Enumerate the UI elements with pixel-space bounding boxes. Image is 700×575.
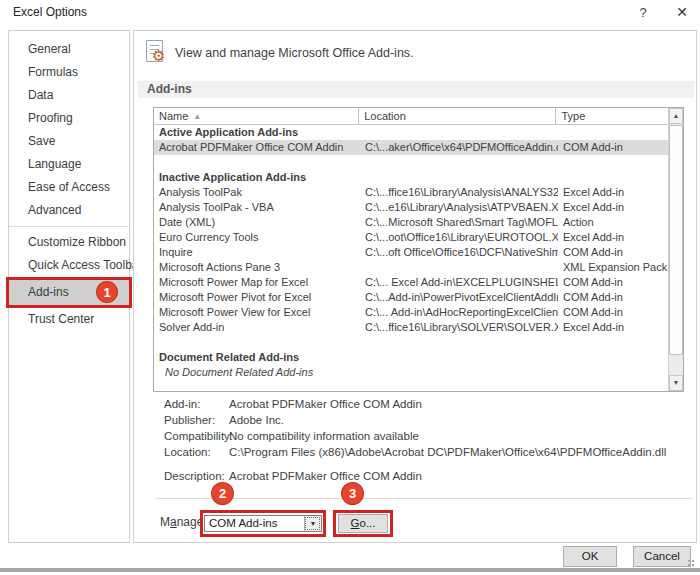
table-row[interactable]: Euro Currency Tools C:\...oot\Office16\L… <box>154 230 668 245</box>
detail-label: Add-in: <box>164 397 229 412</box>
sidebar-item[interactable]: Language <box>9 153 129 176</box>
scroll-down-icon[interactable]: ▼ <box>669 375 683 391</box>
cell-location <box>360 260 558 275</box>
cell-type: Excel Add-in <box>558 230 668 245</box>
cell-location: C:\... Excel Add-in\EXCELPLUGINSHELL.DLL <box>360 275 558 290</box>
table-row[interactable]: Analysis ToolPak C:\...ffice16\Library\A… <box>154 185 668 200</box>
table-row[interactable]: Solver Add-in C:\...ffice16\Library\SOLV… <box>154 320 668 335</box>
cell-name: Inquire <box>154 245 360 260</box>
sidebar-item-label: General <box>28 42 71 56</box>
sort-ascending-icon: ▲ <box>193 112 201 121</box>
cell-location <box>360 350 558 365</box>
table-row[interactable]: Inquire C:\...oft Office\Office16\DCF\Na… <box>154 245 668 260</box>
excel-options-dialog: Excel Options ? ✕ General Formulas Data … <box>0 0 700 575</box>
cell-type <box>558 380 668 388</box>
cell-name: Analysis ToolPak - VBA <box>154 200 360 215</box>
close-icon[interactable]: ✕ <box>672 3 692 22</box>
column-header-name[interactable]: Name▲ <box>154 108 359 125</box>
sidebar-item[interactable]: Advanced <box>9 199 129 222</box>
sidebar-item[interactable]: Trust Center <box>9 308 129 331</box>
cell-type <box>558 125 668 140</box>
detail-value: Acrobat PDFMaker Office COM Addin <box>229 397 422 412</box>
table-row <box>154 155 668 170</box>
cell-location <box>360 170 558 185</box>
scroll-up-icon[interactable]: ▲ <box>669 108 683 124</box>
resize-grip[interactable] <box>688 560 690 562</box>
detail-label: Location: <box>164 445 229 460</box>
table-row[interactable]: Acrobat PDFMaker Office COM Addin C:\...… <box>154 140 668 155</box>
table-row[interactable]: Inactive Application Add-ins <box>154 170 668 185</box>
detail-label: Compatibility: <box>164 429 229 444</box>
annotation-badge-3: 3 <box>341 482 364 505</box>
table-row[interactable]: Document Related Add-ins <box>154 350 668 365</box>
cell-name: Acrobat PDFMaker Office COM Addin <box>154 140 360 155</box>
cell-type <box>558 155 668 170</box>
annotation-box-manage-dropdown: COM Add-ins ▼ <box>200 510 326 537</box>
sidebar-item-label: Language <box>28 157 81 171</box>
table-row[interactable]: Analysis ToolPak - VBA C:\...e16\Library… <box>154 200 668 215</box>
column-header-location[interactable]: Location <box>359 108 556 125</box>
annotation-badge-1: 1 <box>96 281 118 303</box>
cell-name: Microsoft Actions Pane 3 <box>154 260 360 275</box>
table-row[interactable]: Microsoft Power Map for Excel C:\... Exc… <box>154 275 668 290</box>
cell-name: Active Application Add-ins <box>154 125 360 140</box>
cell-type: COM Add-in <box>558 245 668 260</box>
table-row[interactable]: Microsoft Power View for Excel C:\... Ad… <box>154 305 668 320</box>
table-row[interactable]: Disabled Application Add-ins <box>154 388 668 391</box>
detail-row: Description: Acrobat PDFMaker Office COM… <box>164 469 684 484</box>
cell-location <box>360 388 558 391</box>
detail-row: Add-in: Acrobat PDFMaker Office COM Addi… <box>164 397 684 412</box>
detail-value: Acrobat PDFMaker Office COM Addin <box>229 469 422 484</box>
manage-dropdown[interactable]: COM Add-ins ▼ <box>204 515 322 532</box>
cell-type <box>558 365 668 380</box>
cell-type <box>558 335 668 350</box>
table-row[interactable]: No Document Related Add-ins <box>154 365 668 380</box>
detail-row: Location: C:\Program Files (x86)\Adobe\A… <box>164 445 684 460</box>
sidebar-item[interactable]: Quick Access Toolbar <box>9 254 129 277</box>
detail-row: Compatibility: No compatibility informat… <box>164 429 684 444</box>
sidebar-item-label: Formulas <box>28 65 78 79</box>
help-icon[interactable]: ? <box>634 4 652 22</box>
cancel-button[interactable]: Cancel <box>633 546 691 567</box>
table-body: Active Application Add-ins Acrobat PDFMa… <box>154 125 668 391</box>
cell-type: COM Add-in <box>558 275 668 290</box>
cell-type <box>558 350 668 365</box>
sidebar-item[interactable]: Formulas <box>9 61 129 84</box>
table-row[interactable]: Microsoft Power Pivot for Excel C:\...Ad… <box>154 290 668 305</box>
table-row[interactable]: Date (XML) C:\...Microsoft Shared\Smart … <box>154 215 668 230</box>
sidebar-item[interactable]: Customize Ribbon <box>9 231 129 254</box>
cell-location: C:\...Microsoft Shared\Smart Tag\MOFL.DL… <box>360 215 558 230</box>
detail-value: C:\Program Files (x86)\Adobe\Acrobat DC\… <box>229 445 666 460</box>
main-panel: ⚙ View and manage Microsoft Office Add-i… <box>133 30 697 543</box>
addin-details: Add-in: Acrobat PDFMaker Office COM Addi… <box>164 397 684 485</box>
sidebar-item[interactable]: Save <box>9 130 129 153</box>
scrollbar-thumb[interactable] <box>669 125 683 355</box>
cell-location: C:\...ffice16\Library\SOLVER\SOLVER.XLAM <box>360 320 558 335</box>
table-row[interactable]: Active Application Add-ins <box>154 125 668 140</box>
cell-type: Excel Add-in <box>558 320 668 335</box>
table-row <box>154 335 668 350</box>
sidebar-item[interactable]: Ease of Access <box>9 176 129 199</box>
cell-name: Disabled Application Add-ins <box>154 388 360 391</box>
table-row[interactable]: Microsoft Actions Pane 3 XML Expansion P… <box>154 260 668 275</box>
cell-type <box>558 388 668 391</box>
sidebar-item[interactable]: General <box>9 38 129 61</box>
table-scrollbar[interactable]: ▲ ▼ <box>668 108 683 391</box>
table-row <box>154 380 668 388</box>
sidebar-item[interactable]: Data <box>9 84 129 107</box>
page-header-text: View and manage Microsoft Office Add-ins… <box>175 46 414 60</box>
sidebar-item-label: Ease of Access <box>28 180 110 194</box>
sidebar-item <box>9 226 129 227</box>
cell-type: COM Add-in <box>558 290 668 305</box>
sidebar-item[interactable]: Proofing <box>9 107 129 130</box>
gear-icon: ⚙ <box>152 48 165 63</box>
chevron-down-icon[interactable]: ▼ <box>304 516 321 531</box>
sidebar-item[interactable]: Add-ins 1 <box>9 280 129 305</box>
detail-value: Adobe Inc. <box>229 413 284 428</box>
ok-button[interactable]: OK <box>563 546 617 567</box>
column-header-type[interactable]: Type <box>556 108 668 125</box>
sidebar-item-label: Trust Center <box>28 312 94 326</box>
cell-name: Euro Currency Tools <box>154 230 360 245</box>
go-button[interactable]: Go... <box>338 514 388 533</box>
cell-location <box>360 155 558 170</box>
